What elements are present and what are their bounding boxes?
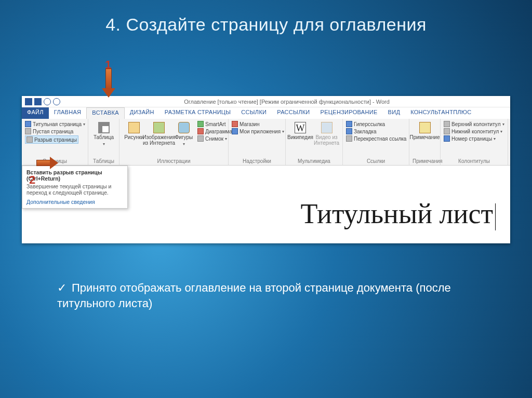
hyperlink-button[interactable]: Гиперссылка	[346, 121, 385, 127]
page-break-button[interactable]: Разрыв страницы	[25, 135, 78, 144]
group-label: Примечания	[413, 157, 437, 164]
group-headerfooter: Верхний колонтитул Нижний колонтитул Ном…	[441, 119, 508, 165]
picture-icon	[128, 122, 140, 133]
save-icon[interactable]	[34, 98, 42, 105]
text-cursor-icon	[495, 203, 496, 230]
page-heading-text: Титульный лист	[300, 198, 496, 230]
crossref-button[interactable]: Перекрестная ссылка	[346, 135, 406, 142]
tab-konsultant[interactable]: КонсультантПлюс	[405, 107, 476, 119]
group-label: Таблицы	[91, 157, 116, 164]
group-label: Мультимедиа	[289, 157, 339, 164]
tab-review[interactable]: РЕЦЕНЗИРОВАНИЕ	[315, 107, 383, 119]
header-icon	[444, 121, 450, 127]
group-tables: Таблица Таблицы	[88, 119, 119, 165]
apps-icon	[232, 128, 238, 134]
slide-bullet: Принято отображать оглавление на второй …	[57, 280, 501, 311]
ribbon-tabs: ФАЙЛ ГЛАВНАЯ ВСТАВКА ДИЗАЙН РАЗМЕТКА СТР…	[22, 107, 510, 119]
group-links: Гиперссылка Закладка Перекрестная ссылка…	[343, 119, 409, 165]
screenshot-icon	[197, 135, 204, 142]
footer-button[interactable]: Нижний колонтитул	[444, 128, 502, 134]
wikipedia-icon: W	[295, 122, 306, 133]
comment-icon	[419, 122, 431, 133]
group-label: Иллюстрации	[123, 157, 225, 164]
store-icon	[232, 121, 238, 127]
online-pictures-button[interactable]: Изображения из Интернета	[148, 121, 170, 147]
comment-button[interactable]: Примечание	[413, 121, 437, 141]
checkmark-icon	[57, 281, 72, 294]
group-label: Ссылки	[346, 157, 406, 164]
group-media: WВикипедия Видео из Интернета Мультимеди…	[286, 119, 343, 165]
cover-page-button[interactable]: Титульная страница	[25, 121, 85, 127]
pictures-button[interactable]: Рисунки	[123, 121, 145, 141]
table-icon	[98, 122, 110, 133]
tab-layout[interactable]: РАЗМЕТКА СТРАНИЦЫ	[159, 107, 236, 119]
my-apps-button[interactable]: Мои приложения	[232, 128, 284, 134]
tab-home[interactable]: ГЛАВНАЯ	[49, 107, 87, 119]
ribbon: Титульная страница Пустая страница Разры…	[22, 119, 510, 166]
shapes-button[interactable]: Фигуры	[172, 121, 195, 148]
tooltip-title: Вставить разрыв страницы (Ctrl+Return)	[26, 169, 123, 182]
window-title: Оглавление [только чтение] [Режим ограни…	[63, 99, 510, 105]
arrow-right-icon	[30, 157, 56, 169]
page-break-tooltip: Вставить разрыв страницы (Ctrl+Return) З…	[22, 166, 128, 209]
bookmark-button[interactable]: Закладка	[346, 128, 376, 134]
shapes-icon	[178, 122, 190, 133]
page-icon	[25, 128, 31, 134]
screenshot-button[interactable]: Снимок	[197, 135, 227, 142]
tab-design[interactable]: ДИЗАЙН	[125, 107, 159, 119]
pagenum-icon	[444, 135, 450, 142]
page-number-button[interactable]: Номер страницы	[444, 135, 496, 142]
tab-file[interactable]: ФАЙЛ	[22, 107, 49, 119]
tab-view[interactable]: ВИД	[383, 107, 406, 119]
tooltip-more-link[interactable]: Дополнительные сведения	[26, 199, 123, 205]
redo-icon[interactable]	[53, 98, 60, 105]
tab-references[interactable]: ССЫЛКИ	[236, 107, 272, 119]
document-page[interactable]: Титульный лист	[178, 172, 506, 243]
word-window: Оглавление [только чтение] [Режим ограни…	[22, 96, 510, 243]
slide-title: 4. Создайте страницу для оглавления	[0, 0, 532, 40]
online-video-button[interactable]: Видео из Интернета	[314, 121, 339, 147]
arrow-down-icon	[103, 68, 114, 99]
tooltip-body: Завершение текущей страницы и переход к …	[26, 183, 123, 196]
wikipedia-button[interactable]: WВикипедия	[289, 121, 312, 141]
group-addins: Магазин Мои приложения Надстройки	[229, 119, 286, 165]
group-comments: Примечание Примечания	[409, 119, 441, 165]
smartart-button[interactable]: SmartArt	[197, 121, 225, 127]
page-break-icon	[26, 136, 33, 143]
group-text: Текстовое поле	[508, 119, 510, 165]
hyperlink-icon	[346, 121, 352, 127]
chart-button[interactable]: Диаграмма	[197, 128, 232, 134]
smartart-icon	[197, 121, 204, 127]
online-picture-icon	[153, 122, 165, 133]
chart-icon	[197, 128, 204, 134]
group-illustrations: Рисунки Изображения из Интернета Фигуры …	[119, 119, 229, 165]
word-icon	[25, 98, 32, 105]
group-label: Надстройки	[232, 157, 282, 164]
crossref-icon	[346, 135, 352, 142]
page-icon	[25, 121, 31, 127]
bookmark-icon	[346, 128, 352, 134]
tab-insert[interactable]: ВСТАВКА	[86, 107, 124, 119]
quick-access-toolbar	[22, 98, 63, 105]
footer-icon	[444, 128, 450, 134]
callout-number-2: 2	[29, 173, 35, 187]
blank-page-button[interactable]: Пустая страница	[25, 128, 73, 134]
table-button[interactable]: Таблица	[91, 121, 116, 148]
header-button[interactable]: Верхний колонтитул	[444, 121, 504, 127]
title-bar: Оглавление [только чтение] [Режим ограни…	[22, 96, 510, 107]
group-label: Колонтитулы	[444, 157, 504, 164]
video-icon	[321, 122, 332, 133]
tab-mailings[interactable]: РАССЫЛКИ	[272, 107, 315, 119]
store-button[interactable]: Магазин	[232, 121, 260, 127]
undo-icon[interactable]	[44, 98, 51, 105]
